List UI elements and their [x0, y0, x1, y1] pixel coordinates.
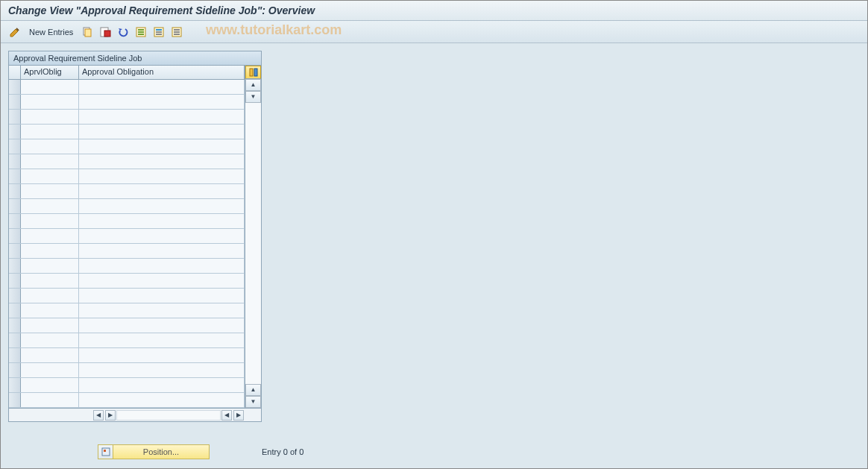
svg-rect-19 — [104, 450, 106, 452]
row-selector[interactable] — [9, 348, 21, 362]
scroll-down-button[interactable]: ▼ — [245, 91, 261, 103]
cell-aprvloblig[interactable] — [21, 139, 79, 154]
cell-approval-obligation[interactable] — [79, 363, 245, 377]
cell-approval-obligation[interactable] — [79, 229, 245, 243]
column-header-approval-obligation[interactable]: Approval Obligation — [79, 66, 245, 79]
cell-aprvloblig[interactable] — [21, 259, 79, 273]
scroll-right-button-end[interactable]: ▶ — [233, 410, 244, 421]
cell-approval-obligation[interactable] — [79, 393, 245, 407]
row-selector[interactable] — [9, 169, 21, 183]
table-row — [9, 378, 245, 393]
scroll-right-button[interactable]: ▶ — [105, 410, 116, 421]
cell-aprvloblig[interactable] — [21, 184, 79, 198]
cell-aprvloblig[interactable] — [21, 318, 79, 333]
row-selector[interactable] — [9, 378, 21, 392]
cell-approval-obligation[interactable] — [79, 80, 245, 94]
cell-approval-obligation[interactable] — [79, 274, 245, 288]
scroll-left-button-end[interactable]: ◀ — [221, 410, 232, 421]
row-selector[interactable] — [9, 214, 21, 228]
grid-header-selector[interactable] — [9, 66, 21, 79]
cell-approval-obligation[interactable] — [79, 184, 245, 198]
row-selector[interactable] — [9, 184, 21, 198]
copy-as-icon[interactable] — [81, 25, 94, 39]
row-selector[interactable] — [9, 199, 21, 213]
row-selector[interactable] — [9, 318, 21, 333]
row-selector[interactable] — [9, 393, 21, 407]
scroll-down-button-bottom[interactable]: ▼ — [245, 396, 261, 408]
table-row — [9, 184, 245, 199]
row-selector[interactable] — [9, 244, 21, 258]
cell-approval-obligation[interactable] — [79, 154, 245, 169]
svg-rect-3 — [104, 31, 110, 37]
cell-aprvloblig[interactable] — [21, 229, 79, 243]
cell-aprvloblig[interactable] — [21, 110, 79, 124]
cell-approval-obligation[interactable] — [79, 378, 245, 392]
vscroll-track[interactable] — [245, 103, 261, 384]
cell-aprvloblig[interactable] — [21, 214, 79, 228]
cell-approval-obligation[interactable] — [79, 110, 245, 124]
grid-panel: Approval Requirement Sideline Job AprvlO… — [8, 51, 262, 422]
row-selector[interactable] — [9, 110, 21, 124]
cell-approval-obligation[interactable] — [79, 95, 245, 109]
cell-approval-obligation[interactable] — [79, 214, 245, 228]
cell-approval-obligation[interactable] — [79, 303, 245, 318]
row-selector[interactable] — [9, 95, 21, 109]
svg-rect-11 — [156, 34, 162, 35]
svg-rect-16 — [250, 69, 253, 76]
new-entries-button[interactable]: New Entries — [26, 26, 76, 38]
row-selector[interactable] — [9, 333, 21, 347]
row-selector[interactable] — [9, 259, 21, 273]
scroll-up-button-bottom[interactable]: ▲ — [245, 384, 261, 396]
cell-aprvloblig[interactable] — [21, 274, 79, 288]
deselect-all-icon[interactable] — [170, 25, 183, 39]
row-selector[interactable] — [9, 289, 21, 303]
cell-approval-obligation[interactable] — [79, 125, 245, 139]
cell-approval-obligation[interactable] — [79, 139, 245, 154]
undo-change-icon[interactable] — [116, 25, 130, 39]
cell-approval-obligation[interactable] — [79, 259, 245, 273]
cell-aprvloblig[interactable] — [21, 169, 79, 183]
row-selector[interactable] — [9, 139, 21, 154]
row-selector[interactable] — [9, 80, 21, 94]
cell-aprvloblig[interactable] — [21, 393, 79, 407]
cell-aprvloblig[interactable] — [21, 125, 79, 139]
cell-approval-obligation[interactable] — [79, 348, 245, 362]
cell-aprvloblig[interactable] — [21, 378, 79, 392]
cell-aprvloblig[interactable] — [21, 348, 79, 362]
row-selector[interactable] — [9, 303, 21, 318]
row-selector[interactable] — [9, 274, 21, 288]
svg-rect-10 — [156, 31, 162, 33]
delete-icon[interactable] — [98, 25, 112, 39]
position-button[interactable]: Position... — [98, 444, 210, 459]
table-row — [9, 303, 245, 318]
cell-aprvloblig[interactable] — [21, 199, 79, 213]
row-selector[interactable] — [9, 229, 21, 243]
cell-approval-obligation[interactable] — [79, 318, 245, 333]
cell-approval-obligation[interactable] — [79, 289, 245, 303]
cell-aprvloblig[interactable] — [21, 244, 79, 258]
select-all-icon[interactable] — [134, 25, 148, 39]
row-selector[interactable] — [9, 125, 21, 139]
row-selector[interactable] — [9, 154, 21, 169]
select-block-icon[interactable] — [152, 25, 166, 39]
cell-aprvloblig[interactable] — [21, 333, 79, 347]
cell-aprvloblig[interactable] — [21, 95, 79, 109]
column-header-aprvloblig[interactable]: AprvlOblig — [21, 66, 79, 79]
table-settings-icon[interactable] — [245, 66, 261, 79]
cell-aprvloblig[interactable] — [21, 289, 79, 303]
cell-approval-obligation[interactable] — [79, 199, 245, 213]
cell-approval-obligation[interactable] — [79, 169, 245, 183]
cell-aprvloblig[interactable] — [21, 363, 79, 377]
cell-aprvloblig[interactable] — [21, 303, 79, 318]
scroll-left-button[interactable]: ◀ — [93, 410, 104, 421]
cell-aprvloblig[interactable] — [21, 80, 79, 94]
grid-rows-container — [9, 80, 245, 408]
toggle-display-change-icon[interactable] — [8, 25, 22, 39]
cell-approval-obligation[interactable] — [79, 333, 245, 347]
scroll-up-button[interactable]: ▲ — [245, 79, 261, 91]
svg-rect-6 — [138, 31, 144, 33]
cell-aprvloblig[interactable] — [21, 154, 79, 169]
hscroll-track[interactable] — [116, 410, 221, 421]
row-selector[interactable] — [9, 363, 21, 377]
cell-approval-obligation[interactable] — [79, 244, 245, 258]
